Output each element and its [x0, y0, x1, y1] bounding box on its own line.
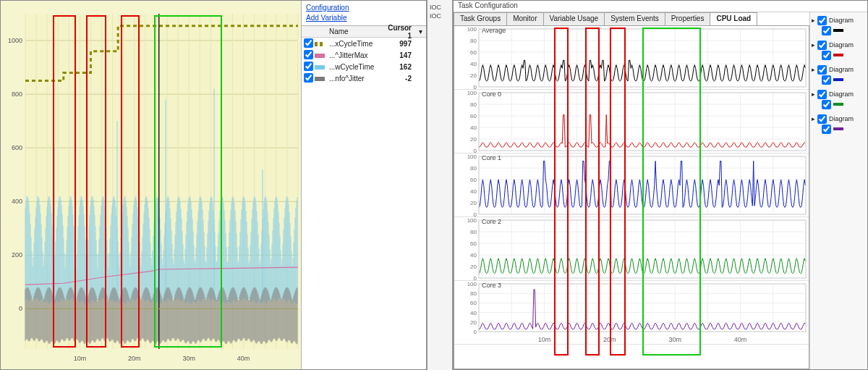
legend-visible-checkbox[interactable]	[817, 41, 827, 50]
legend-group: ▸Diagram	[812, 114, 866, 134]
trace-color-swatch	[315, 54, 325, 58]
legend-color-swatch	[833, 127, 843, 130]
cpu-strip-core-3[interactable]: 02040608010010m20m30m40mCore 3	[454, 281, 809, 345]
svg-text:0: 0	[474, 275, 477, 281]
variable-cursor-value: 997	[383, 40, 414, 48]
variable-table-header: Name Cursor 1 ▾	[302, 26, 426, 38]
svg-text:10m: 10m	[538, 336, 551, 343]
svg-text:0: 0	[474, 211, 477, 217]
legend-group: ▸Diagram	[812, 15, 866, 35]
variable-row[interactable]: ...xCycleTime997	[302, 38, 426, 49]
legend-label: Diagram	[829, 17, 854, 24]
cpu-panel: Task Configuration Task GroupsMonitorVar…	[453, 0, 868, 370]
svg-text:800: 800	[12, 91, 22, 98]
svg-text:40: 40	[470, 61, 477, 67]
svg-text:60: 60	[470, 49, 477, 56]
legend-visible-checkbox[interactable]	[817, 65, 827, 75]
legend-visible-checkbox[interactable]	[817, 114, 827, 124]
svg-text:60: 60	[470, 300, 477, 306]
legend-label: Diagram	[829, 41, 854, 49]
svg-text:100: 100	[467, 281, 477, 287]
expand-icon[interactable]: ▸	[812, 115, 815, 122]
scope-chart[interactable]: 0200400600800100010m20m30m40m	[1, 1, 301, 369]
svg-text:80: 80	[470, 229, 477, 235]
svg-text:20: 20	[470, 319, 477, 326]
legend-color-swatch	[833, 78, 843, 81]
svg-text:20m: 20m	[603, 336, 616, 343]
tab-system-events[interactable]: System Events	[604, 12, 665, 25]
tab-task-groups[interactable]: Task Groups	[454, 12, 507, 25]
cursor-dropdown-icon[interactable]: ▾	[414, 28, 426, 35]
legend-color-swatch	[833, 103, 843, 106]
svg-text:60: 60	[470, 113, 477, 119]
svg-text:200: 200	[12, 251, 22, 258]
variable-row[interactable]: ...^JitterMax147	[302, 49, 426, 61]
legend-trace-checkbox[interactable]	[822, 51, 831, 60]
expand-icon[interactable]: ▸	[812, 41, 815, 49]
svg-text:40: 40	[470, 252, 477, 258]
link-add-variable[interactable]: Add Variable	[306, 13, 422, 23]
variable-visible-checkbox[interactable]	[304, 50, 313, 59]
expand-icon[interactable]: ▸	[812, 91, 815, 98]
col-name-header: Name	[328, 28, 383, 35]
svg-text:100: 100	[467, 26, 477, 33]
legend-group: ▸Diagram	[812, 40, 866, 60]
variable-panel: Configuration Add Variable Name Cursor 1…	[301, 1, 426, 369]
variable-links: Configuration Add Variable	[302, 1, 426, 25]
col-cursor-header: Cursor 1	[383, 24, 414, 40]
svg-text:100: 100	[467, 217, 477, 224]
legend-visible-checkbox[interactable]	[817, 90, 827, 99]
svg-text:20: 20	[470, 264, 477, 270]
svg-text:40: 40	[470, 188, 477, 195]
tab-monitor[interactable]: Monitor	[506, 12, 543, 25]
variable-row[interactable]: ...wCycleTime162	[302, 61, 426, 72]
expand-icon[interactable]: ▸	[812, 17, 815, 24]
legend-visible-checkbox[interactable]	[817, 16, 827, 25]
variable-name: ...nfo^Jitter	[328, 75, 383, 83]
gutter-text: IOC	[427, 3, 452, 12]
svg-text:100: 100	[467, 154, 477, 160]
legend-label: Diagram	[829, 66, 854, 73]
trace-color-swatch	[315, 42, 325, 46]
legend-panel: ▸Diagram▸Diagram▸Diagram▸Diagram▸Diagram	[809, 12, 867, 369]
legend-color-swatch	[833, 29, 843, 32]
variable-table: Name Cursor 1 ▾ ...xCycleTime997...^Jitt…	[302, 25, 426, 84]
variable-visible-checkbox[interactable]	[304, 73, 313, 83]
svg-text:40: 40	[470, 125, 477, 131]
svg-text:600: 600	[12, 144, 22, 151]
panel-title: Task Configuration	[454, 1, 867, 12]
variable-row[interactable]: ...nfo^Jitter-2	[302, 72, 426, 84]
legend-trace-checkbox[interactable]	[822, 125, 831, 134]
svg-text:20: 20	[470, 200, 477, 206]
gutter-text: IOC	[427, 12, 452, 20]
svg-text:80: 80	[470, 38, 477, 44]
svg-text:30m: 30m	[182, 355, 195, 362]
cpu-strip-core-2[interactable]: 020406080100Core 2	[454, 217, 809, 281]
legend-color-swatch	[833, 54, 843, 56]
variable-visible-checkbox[interactable]	[304, 38, 313, 48]
svg-text:10m: 10m	[74, 355, 87, 362]
svg-text:1000: 1000	[8, 37, 22, 44]
cpu-strip-average[interactable]: 020406080100Average	[454, 26, 809, 90]
variable-cursor-value: 162	[383, 63, 414, 71]
cpu-strip-core-0[interactable]: 020406080100Core 0	[454, 90, 809, 154]
variable-visible-checkbox[interactable]	[304, 62, 313, 71]
svg-text:80: 80	[470, 165, 477, 172]
legend-trace-checkbox[interactable]	[822, 26, 831, 35]
tab-cpu-load[interactable]: CPU Load	[710, 12, 757, 25]
svg-text:20: 20	[470, 72, 477, 79]
svg-text:40: 40	[470, 310, 477, 316]
tab-variable-usage[interactable]: Variable Usage	[543, 12, 605, 25]
svg-text:0: 0	[474, 148, 477, 154]
expand-icon[interactable]: ▸	[812, 66, 815, 73]
legend-trace-checkbox[interactable]	[822, 75, 831, 85]
link-configuration[interactable]: Configuration	[306, 3, 422, 13]
legend-group: ▸Diagram	[812, 64, 866, 85]
svg-text:0: 0	[474, 329, 477, 335]
legend-label: Diagram	[829, 115, 854, 122]
svg-text:80: 80	[470, 101, 477, 108]
svg-text:60: 60	[470, 177, 477, 183]
legend-trace-checkbox[interactable]	[822, 100, 831, 109]
cpu-strip-core-1[interactable]: 020406080100Core 1	[454, 154, 809, 217]
tab-properties[interactable]: Properties	[665, 12, 711, 25]
